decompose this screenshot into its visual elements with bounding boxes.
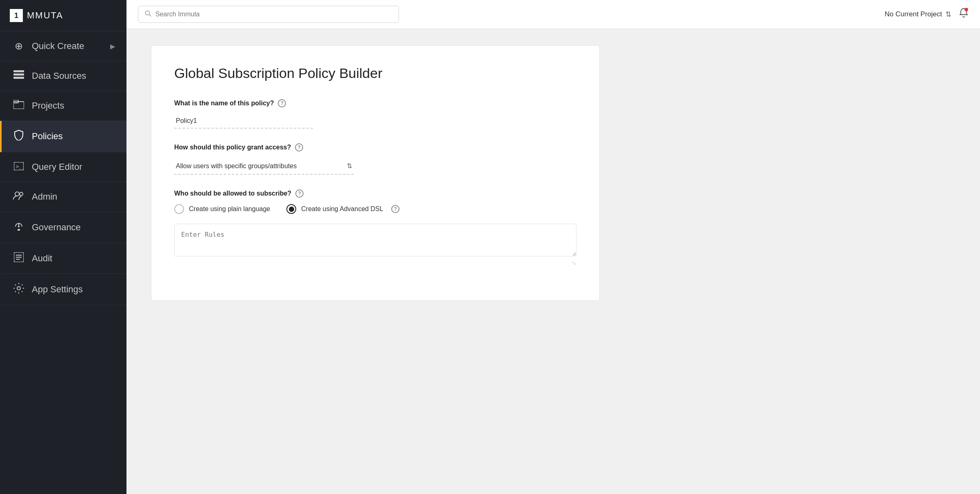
- sidebar-nav: ⊕ Quick Create ▶ Data Sources Proje: [0, 31, 126, 494]
- project-label: No Current Project: [885, 10, 942, 18]
- svg-point-16: [146, 11, 150, 15]
- sidebar-item-label: Projects: [32, 100, 64, 111]
- admin-icon: [13, 191, 24, 202]
- sidebar-item-label: Admin: [32, 191, 57, 202]
- access-grant-section: How should this policy grant access? ? A…: [174, 143, 576, 175]
- query-editor-icon: >_: [13, 161, 24, 173]
- sidebar-item-governance[interactable]: Governance: [0, 212, 126, 243]
- projects-icon: [13, 100, 24, 111]
- sidebar-item-projects[interactable]: Projects: [0, 91, 126, 121]
- svg-rect-0: [13, 70, 24, 72]
- project-selector[interactable]: No Current Project ⇅: [885, 10, 951, 19]
- governance-icon: [13, 221, 24, 234]
- sidebar-item-label: Query Editor: [32, 162, 82, 172]
- header: No Current Project ⇅: [126, 0, 980, 29]
- sidebar-item-policies[interactable]: Policies: [0, 121, 126, 152]
- main-area: No Current Project ⇅ Global Subscription…: [126, 0, 980, 494]
- sidebar-item-audit[interactable]: Audit: [0, 243, 126, 274]
- logo-area: 1 MMUTA: [0, 0, 126, 31]
- sidebar-item-label: App Settings: [32, 284, 83, 295]
- access-select[interactable]: Allow users with specific groups/attribu…: [174, 158, 354, 175]
- access-question: How should this policy grant access? ?: [174, 143, 576, 151]
- chevron-right-icon: ▶: [110, 42, 115, 50]
- sidebar-item-label: Governance: [32, 222, 81, 233]
- sidebar-item-label: Audit: [32, 253, 52, 264]
- rules-textarea[interactable]: [174, 224, 576, 256]
- notification-bell[interactable]: [959, 8, 969, 21]
- subscribe-help-icon[interactable]: ?: [295, 189, 304, 198]
- sidebar-item-quick-create[interactable]: ⊕ Quick Create ▶: [0, 31, 126, 61]
- radio-dsl-circle: [286, 204, 296, 214]
- form-card: Global Subscription Policy Builder What …: [151, 45, 600, 301]
- data-sources-icon: [13, 70, 24, 82]
- dsl-help-icon[interactable]: ?: [391, 205, 399, 213]
- svg-point-8: [20, 192, 23, 196]
- resize-icon: ⤡: [572, 260, 576, 266]
- policies-icon: [13, 130, 24, 143]
- sidebar-item-query-editor[interactable]: >_ Query Editor: [0, 152, 126, 182]
- page-title: Global Subscription Policy Builder: [174, 65, 576, 81]
- svg-point-15: [17, 287, 20, 290]
- subscribe-section: Who should be allowed to subscribe? ? Cr…: [174, 189, 576, 266]
- search-bar[interactable]: [138, 6, 399, 23]
- svg-rect-10: [18, 229, 20, 231]
- notification-dot: [964, 8, 968, 11]
- resize-handle: ⤡: [174, 258, 576, 266]
- sidebar: 1 MMUTA ⊕ Quick Create ▶ Data Sources: [0, 0, 126, 494]
- radio-plain-language[interactable]: Create using plain language: [174, 204, 270, 214]
- radio-advanced-dsl[interactable]: Create using Advanced DSL ?: [286, 204, 399, 214]
- svg-line-17: [149, 15, 151, 17]
- chevron-updown-icon: ⇅: [945, 10, 951, 19]
- search-input[interactable]: [155, 11, 392, 18]
- radio-group: Create using plain language Create using…: [174, 204, 576, 214]
- quick-create-icon: ⊕: [13, 40, 24, 52]
- sidebar-item-admin[interactable]: Admin: [0, 182, 126, 212]
- access-help-icon[interactable]: ?: [295, 143, 303, 151]
- sidebar-item-app-settings[interactable]: App Settings: [0, 274, 126, 305]
- policy-name-input[interactable]: [174, 114, 313, 129]
- policy-name-question: What is the name of this policy? ?: [174, 99, 576, 107]
- logo-icon: 1: [10, 9, 23, 22]
- sidebar-item-label: Policies: [32, 131, 63, 142]
- policy-name-section: What is the name of this policy? ?: [174, 99, 576, 129]
- content-area: Global Subscription Policy Builder What …: [126, 29, 980, 494]
- radio-plain-circle: [174, 204, 184, 214]
- svg-text:>_: >_: [16, 164, 22, 169]
- svg-rect-1: [13, 73, 24, 76]
- sidebar-item-label: Quick Create: [32, 41, 84, 51]
- header-right: No Current Project ⇅: [885, 8, 969, 21]
- app-settings-icon: [13, 283, 24, 296]
- select-arrow-icon: ⇅: [347, 162, 352, 170]
- logo-text: MMUTA: [27, 10, 63, 21]
- audit-icon: [13, 252, 24, 265]
- svg-rect-2: [13, 77, 24, 79]
- svg-point-7: [15, 192, 19, 196]
- subscribe-question: Who should be allowed to subscribe? ?: [174, 189, 576, 198]
- search-icon: [145, 10, 151, 18]
- sidebar-item-data-sources[interactable]: Data Sources: [0, 61, 126, 91]
- sidebar-item-label: Data Sources: [32, 71, 86, 81]
- policy-name-help-icon[interactable]: ?: [278, 99, 286, 107]
